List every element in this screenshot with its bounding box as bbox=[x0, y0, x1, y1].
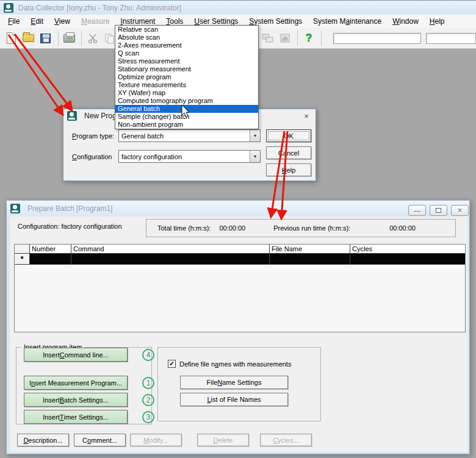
insert-timer-settings-button[interactable]: Insert Timer Settings... bbox=[24, 410, 128, 424]
menu-item[interactable]: Edit bbox=[25, 15, 49, 27]
save-icon bbox=[40, 34, 51, 43]
previous-run-time-label: Previous run time (h:m:s): bbox=[273, 224, 350, 232]
app-icon bbox=[4, 3, 13, 13]
total-time-value: 00:00:00 bbox=[219, 224, 245, 232]
close-button[interactable]: × bbox=[451, 205, 469, 216]
cell-filename[interactable] bbox=[270, 254, 350, 265]
total-time-label: Total time (h:m:s): bbox=[157, 224, 211, 232]
dropdown-item[interactable]: Texture measurements bbox=[115, 81, 258, 89]
program-type-value: General batch bbox=[119, 132, 250, 140]
restore-button[interactable] bbox=[430, 205, 447, 216]
program-table: Number Command File Name Cycles * bbox=[14, 244, 466, 332]
table-row[interactable]: * bbox=[15, 254, 465, 265]
insert-program-item-group: Insert program item Insert Measurement P… bbox=[16, 347, 152, 424]
help-icon: ? bbox=[305, 32, 312, 45]
main-titlebar: Data Collector [tony.zhu - Tony Zhu: Adm… bbox=[0, 0, 476, 15]
cascade-windows-icon bbox=[262, 33, 274, 44]
toolbar-field[interactable] bbox=[333, 33, 421, 44]
dropdown-item[interactable]: Computed tomography program bbox=[115, 97, 258, 105]
column-header-command[interactable]: Command bbox=[71, 245, 270, 254]
column-header-cycles[interactable]: Cycles bbox=[350, 245, 465, 254]
cycles-button[interactable]: Cycles... bbox=[260, 434, 312, 446]
cut-button[interactable] bbox=[85, 30, 100, 46]
file-name-settings-button[interactable]: File Name Settings bbox=[180, 376, 288, 389]
new-document-button[interactable] bbox=[4, 30, 19, 46]
cascade-windows-button[interactable] bbox=[261, 30, 276, 46]
chevron-down-icon[interactable]: ▼ bbox=[250, 151, 260, 162]
modify-button[interactable]: Modify... bbox=[130, 434, 182, 446]
report-icon bbox=[279, 33, 290, 44]
dropdown-item[interactable]: 2-Axes measurement bbox=[115, 41, 258, 49]
configuration-label: Configuration: factory configuration bbox=[18, 223, 122, 230]
save-button[interactable] bbox=[38, 30, 53, 46]
help-dialog-button[interactable]: Help bbox=[266, 163, 311, 176]
previous-run-time-value: 00:00:00 bbox=[389, 224, 416, 232]
open-folder-icon bbox=[23, 34, 34, 42]
menu-item[interactable]: System Maintenance bbox=[308, 15, 387, 27]
print-icon bbox=[63, 34, 75, 43]
app-icon bbox=[10, 204, 20, 213]
print-button[interactable] bbox=[62, 30, 77, 46]
minimize-button[interactable]: — bbox=[408, 205, 426, 216]
open-button[interactable] bbox=[21, 30, 36, 46]
column-header-number[interactable]: Number bbox=[30, 245, 71, 254]
menu-item[interactable]: Help bbox=[424, 15, 450, 27]
cell-number[interactable] bbox=[30, 254, 71, 265]
report-button[interactable] bbox=[278, 30, 293, 46]
restore-icon bbox=[436, 208, 441, 213]
dropdown-item[interactable]: Relative scan bbox=[115, 26, 258, 34]
step-badge-4: 4 bbox=[142, 349, 154, 361]
menu-item[interactable]: View bbox=[49, 15, 76, 27]
insert-batch-settings-button[interactable]: Insert Batch Settings... bbox=[24, 393, 128, 407]
cut-icon bbox=[87, 33, 98, 44]
new-document-icon bbox=[7, 32, 16, 44]
chevron-down-icon[interactable]: ▼ bbox=[250, 130, 260, 141]
dropdown-item[interactable]: Sample (changer) batch bbox=[115, 113, 258, 121]
toolbar-separator bbox=[81, 31, 82, 46]
time-summary-box: Total time (h:m:s): 00:00:00 Previous ru… bbox=[146, 219, 456, 237]
dropdown-item[interactable]: Q scan bbox=[115, 49, 258, 57]
ok-button[interactable]: OK bbox=[266, 129, 311, 142]
dropdown-item[interactable]: Stationary measurement bbox=[115, 65, 258, 73]
dropdown-item[interactable]: Non-ambient program bbox=[115, 121, 258, 129]
dialog-close-icon[interactable]: × bbox=[301, 111, 312, 121]
delete-button[interactable]: Delete bbox=[197, 434, 249, 446]
cell-command[interactable] bbox=[71, 254, 270, 265]
toolbar-field[interactable] bbox=[426, 33, 476, 44]
menu-item[interactable]: Window bbox=[387, 15, 424, 27]
list-of-file-names-button[interactable]: List of File Names bbox=[180, 393, 288, 406]
configuration-combo[interactable]: factory configuration ▼ bbox=[118, 150, 261, 163]
step-badge-3: 3 bbox=[142, 411, 154, 423]
description-button[interactable]: Description... bbox=[17, 434, 69, 446]
dropdown-item[interactable]: Absolute scan bbox=[115, 34, 258, 41]
main-window-title: Data Collector [tony.zhu - Tony Zhu: Adm… bbox=[18, 4, 181, 12]
program-type-combo[interactable]: General batch ▼ bbox=[118, 129, 261, 142]
step-badge-2: 2 bbox=[142, 394, 154, 406]
prepare-batch-titlebar: Prepare Batch [Program1] bbox=[7, 201, 469, 216]
file-names-group: ✓ Define file names with measurements Fi… bbox=[157, 347, 321, 421]
row-selector-header bbox=[15, 245, 30, 254]
dropdown-item[interactable]: Stress measurement bbox=[115, 57, 258, 65]
dropdown-item[interactable]: Optimize program bbox=[115, 73, 258, 81]
toolbar-separator bbox=[58, 31, 59, 46]
column-header-filename[interactable]: File Name bbox=[270, 245, 350, 254]
define-file-names-label: Define file names with measurements bbox=[179, 360, 291, 368]
help-button[interactable]: ? bbox=[301, 30, 316, 46]
toolbar-separator bbox=[297, 31, 298, 46]
dropdown-item[interactable]: General batch bbox=[115, 105, 258, 113]
program-type-label: Program type: bbox=[72, 132, 114, 140]
program-type-dropdown-list: Relative scanAbsolute scan2-Axes measure… bbox=[115, 25, 259, 129]
copy-icon bbox=[104, 33, 115, 44]
menu-item[interactable]: Measure bbox=[76, 15, 115, 27]
insert-command-line-button[interactable]: Insert Command line... bbox=[24, 348, 128, 362]
comment-button[interactable]: Comment... bbox=[74, 434, 126, 446]
define-file-names-checkbox[interactable]: ✓ bbox=[168, 360, 176, 368]
step-badge-1: 1 bbox=[142, 377, 154, 389]
dropdown-item[interactable]: XY (Wafer) map bbox=[115, 89, 258, 97]
cell-cycles[interactable] bbox=[350, 254, 465, 265]
new-row-marker: * bbox=[15, 254, 30, 265]
menu-item[interactable]: File bbox=[2, 15, 25, 27]
toolbar-separator bbox=[321, 31, 322, 46]
cancel-button[interactable]: Cancel bbox=[266, 146, 311, 159]
insert-measurement-program-button[interactable]: Insert Measurement Program... bbox=[24, 376, 128, 390]
